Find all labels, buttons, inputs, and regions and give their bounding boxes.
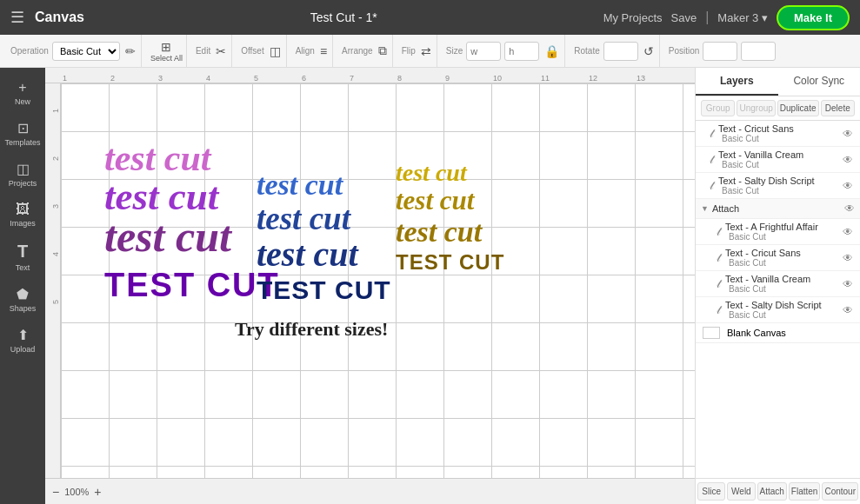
sidebar-item-images[interactable]: 🖼 Images [3, 196, 43, 233]
edit-label: Edit [196, 46, 210, 56]
templates-icon: ⊡ [17, 120, 29, 136]
zoom-level: 100% [64, 487, 89, 497]
offset-icon[interactable]: ◫ [268, 43, 283, 60]
blank-canvas-label: Blank Canvas [727, 328, 786, 338]
tab-layers[interactable]: Layers [696, 68, 778, 96]
position-label: Position [669, 46, 700, 56]
sidebar-item-templates-label: Templates [4, 138, 40, 147]
ruler-mark: 5 [252, 74, 300, 83]
zoom-out-button[interactable]: − [52, 485, 59, 499]
doc-title: Test Cut - 1* [95, 10, 593, 24]
ruler-mark: 2 [109, 74, 157, 83]
layer-item-vanilla-cream-1[interactable]: 𝓉 Text - Vanilla Cream Basic Cut 👁 [696, 147, 860, 173]
svg-text:test cut: test cut [396, 185, 476, 216]
toolbar-arrange: Arrange ⧉ [338, 35, 393, 67]
lock-icon[interactable]: 🔒 [543, 43, 561, 60]
operation-dropdown[interactable]: Basic Cut [52, 42, 120, 61]
eye-icon[interactable]: 👁 [843, 304, 853, 316]
layer-name: Text - Salty Dish Script [725, 300, 837, 310]
attach-group-header[interactable]: ▼ Attach 👁 [696, 199, 860, 219]
layer-sub: Basic Cut [722, 186, 837, 196]
sidebar-item-new[interactable]: + New [3, 75, 43, 111]
layer-item-salty-dish-2[interactable]: 𝓉 Text - Salty Dish Script Basic Cut 👁 [696, 297, 860, 323]
toolbar-flip: Flip ⇄ [398, 35, 437, 67]
layer-item-cricut-sans-1[interactable]: 𝓉 Text - Cricut Sans Basic Cut 👁 [696, 121, 860, 147]
layer-text-icon: 𝓉 [717, 302, 720, 317]
size-h-input[interactable] [504, 42, 539, 61]
edit-icon[interactable]: ✂ [214, 43, 228, 60]
panel-actions: Group Ungroup Duplicate Delete [696, 96, 860, 121]
ruler-mark: 13 [635, 74, 683, 83]
ruler-left: 1 2 3 4 5 [45, 83, 61, 478]
toolbar-size: Size 🔒 [443, 35, 565, 67]
eye-icon[interactable]: 👁 [844, 202, 855, 215]
eye-icon[interactable]: 👁 [843, 128, 853, 140]
rotate-input[interactable] [603, 42, 638, 61]
sidebar-item-upload[interactable]: ⬆ Upload [3, 322, 43, 359]
eye-icon[interactable]: 👁 [843, 252, 853, 264]
svg-text:test cut: test cut [104, 212, 233, 261]
layer-text-icon: 𝓉 [717, 250, 720, 265]
layer-item-cricut-sans-2[interactable]: 𝓉 Text - Cricut Sans Basic Cut 👁 [696, 245, 860, 271]
arrange-icon[interactable]: ⧉ [377, 42, 389, 60]
sidebar-item-projects[interactable]: ◫ Projects [3, 156, 43, 193]
toolbar-position: Position [665, 35, 780, 67]
zoom-in-button[interactable]: + [94, 485, 101, 499]
align-icon[interactable]: ≡ [318, 43, 329, 60]
flip-icon[interactable]: ⇄ [419, 43, 433, 60]
ruler-mark: 11 [539, 74, 587, 83]
images-icon: 🖼 [16, 202, 30, 217]
position-y-input[interactable] [741, 42, 776, 61]
eye-icon[interactable]: 👁 [843, 226, 853, 238]
size-w-input[interactable] [466, 42, 501, 61]
eye-icon[interactable]: 👁 [843, 180, 853, 192]
svg-text:TEST CUT: TEST CUT [257, 275, 391, 304]
collapse-arrow-icon: ▼ [701, 204, 709, 213]
layer-text-icon: 𝓉 [717, 224, 720, 239]
svg-text:test cut: test cut [396, 216, 483, 248]
sidebar-item-text[interactable]: T Text [3, 236, 43, 277]
slice-button[interactable]: Slice [697, 482, 725, 501]
delete-button[interactable]: Delete [821, 100, 855, 116]
sidebar-item-shapes[interactable]: ⬟ Shapes [3, 281, 43, 318]
my-projects-link[interactable]: My Projects [603, 11, 663, 24]
position-x-input[interactable] [703, 42, 737, 61]
toolbar-rotate: Rotate ↺ [570, 35, 659, 67]
select-all-button[interactable]: ⊞ Select All [150, 40, 183, 63]
layer-sub: Basic Cut [722, 134, 837, 143]
layer-item-salty-dish-1[interactable]: 𝓉 Text - Salty Dish Script Basic Cut 👁 [696, 173, 860, 199]
ungroup-button[interactable]: Ungroup [737, 100, 775, 116]
flatten-button[interactable]: Flatten [789, 482, 821, 501]
shapes-icon: ⬟ [17, 286, 29, 302]
hamburger-icon[interactable]: ☰ [10, 8, 24, 27]
weld-button[interactable]: Weld [727, 482, 755, 501]
save-button[interactable]: Save [671, 11, 697, 24]
toolbar-offset: Offset ◫ [237, 35, 287, 67]
ruler-mark: 4 [204, 74, 252, 83]
blank-canvas-row: Blank Canvas [696, 323, 860, 343]
eye-icon[interactable]: 👁 [843, 278, 853, 290]
duplicate-button[interactable]: Duplicate [777, 100, 819, 116]
layer-sub: Basic Cut [729, 258, 837, 268]
projects-icon: ◫ [17, 161, 30, 177]
ruler-mark: 12 [587, 74, 635, 83]
ruler-mark: 7 [348, 74, 396, 83]
layer-text-icon: 𝓉 [710, 126, 713, 141]
svg-text:test cut: test cut [104, 138, 212, 178]
attach-button[interactable]: Attach [757, 482, 787, 501]
machine-selector[interactable]: Maker 3 ▾ [717, 11, 768, 24]
make-it-button[interactable]: Make It [777, 5, 850, 30]
ruler-mark-v: 1 [45, 87, 60, 135]
tab-color-sync[interactable]: Color Sync [778, 68, 861, 96]
layer-item-vanilla-cream-2[interactable]: 𝓉 Text - Vanilla Cream Basic Cut 👁 [696, 271, 860, 297]
canvas-footer: − 100% + [45, 478, 695, 504]
rotate-icon[interactable]: ↺ [642, 43, 656, 60]
sidebar-item-templates[interactable]: ⊡ Templates [3, 115, 43, 152]
group-button[interactable]: Group [701, 100, 735, 116]
layer-item-frightful[interactable]: 𝓉 Text - A Frightful Affair Basic Cut 👁 [696, 219, 860, 245]
contour-button[interactable]: Contour [822, 482, 858, 501]
eye-icon[interactable]: 👁 [843, 154, 853, 166]
ruler-mark: 1 [61, 74, 109, 83]
canvas-content[interactable]: test cut test cut test cut TEST CUT test… [61, 83, 695, 478]
canvas-area[interactable]: 1 2 3 4 5 6 7 8 9 10 11 12 13 1 2 3 4 5 [45, 68, 695, 504]
